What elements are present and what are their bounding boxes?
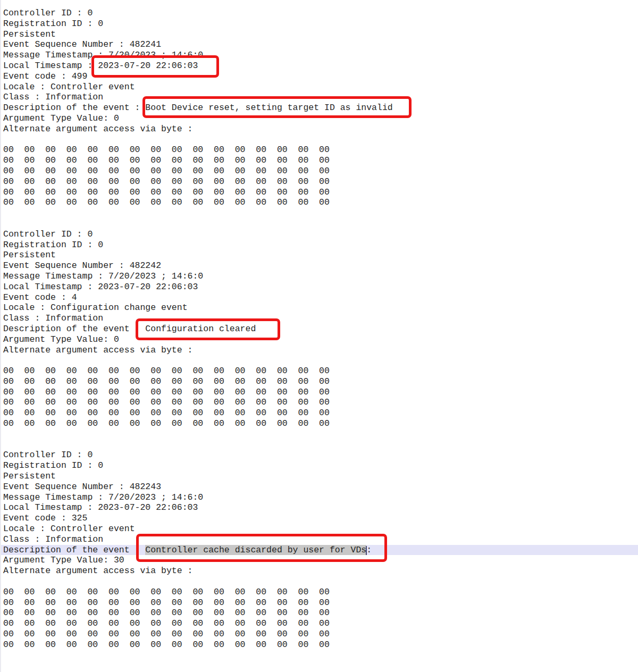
description-label: Description of the event : <box>3 324 145 334</box>
log-line-registration-id: Registration ID : 0 <box>3 19 638 29</box>
hex-row: 00 00 00 00 00 00 00 00 00 00 00 00 00 0… <box>3 366 638 376</box>
log-line-description: Description of the event : Configuration… <box>3 324 638 334</box>
log-text[interactable]: Controller ID : 0Registration ID : 0Pers… <box>0 0 638 672</box>
log-line-alternate-argument: Alternate argument access via byte : <box>3 124 638 135</box>
hex-row: 00 00 00 00 00 00 00 00 00 00 00 00 00 0… <box>3 177 638 187</box>
description-value: Boot Device reset, setting target ID as … <box>145 103 392 113</box>
log-line-argument-type-value: Argument Type Value: 0 <box>3 334 638 345</box>
blank-line <box>3 660 638 671</box>
hex-row: 00 00 00 00 00 00 00 00 00 00 00 00 00 0… <box>3 387 638 398</box>
log-line-locale: Locale : Controller event <box>3 82 638 93</box>
log-line-persistent: Persistent <box>3 29 638 40</box>
hex-row: 00 00 00 00 00 00 00 00 00 00 00 00 00 0… <box>3 187 638 198</box>
log-line-class: Class : Information <box>3 92 638 103</box>
log-line-message-timestamp: Message Timestamp : 7/20/2023 ; 14:6:0 <box>3 271 638 282</box>
log-line-local-timestamp: Local Timestamp : 2023-07-20 22:06:03 <box>3 502 638 513</box>
blank-line <box>3 208 638 219</box>
log-line-locale: Locale : Controller event <box>3 524 638 534</box>
log-line-argument-type-value: Argument Type Value: 30 <box>3 555 638 566</box>
log-line-controller-id: Controller ID : 0 <box>3 450 638 460</box>
log-line-persistent: Persistent <box>3 250 638 261</box>
log-line-local-timestamp: Local Timestamp : 2023-07-20 22:06:03 <box>3 282 638 292</box>
hex-row: 00 00 00 00 00 00 00 00 00 00 00 00 00 0… <box>3 629 638 640</box>
log-line-argument-type-value: Argument Type Value: 0 <box>3 113 638 124</box>
log-line-persistent: Persistent <box>3 471 638 482</box>
hex-row: 00 00 00 00 00 00 00 00 00 00 00 00 00 0… <box>3 397 638 408</box>
log-line-event-sequence-number: Event Sequence Number : 482243 <box>3 482 638 492</box>
log-line-event-sequence-number: Event Sequence Number : 482241 <box>3 39 638 50</box>
hex-row: 00 00 00 00 00 00 00 00 00 00 00 00 00 0… <box>3 197 638 208</box>
hex-row: 00 00 00 00 00 00 00 00 00 00 00 00 00 0… <box>3 598 638 608</box>
blank-line <box>3 440 638 450</box>
log-line-controller-id: Controller ID : 0 <box>3 8 638 19</box>
blank-line <box>3 429 638 440</box>
description-suffix: : <box>366 545 372 555</box>
log-line-description: Description of the event : Boot Device r… <box>3 103 638 113</box>
log-line-locale: Locale : Configuration change event <box>3 303 638 313</box>
description-value: Configuration cleared <box>145 324 256 334</box>
hex-row: 00 00 00 00 00 00 00 00 00 00 00 00 00 0… <box>3 587 638 598</box>
hex-row: 00 00 00 00 00 00 00 00 00 00 00 00 00 0… <box>3 408 638 418</box>
log-line-event-code: Event code : 499 <box>3 71 638 82</box>
blank-line <box>3 576 638 587</box>
hex-row: 00 00 00 00 00 00 00 00 00 00 00 00 00 0… <box>3 618 638 629</box>
selected-text: Controller cache discarded by user for V… <box>145 545 366 555</box>
blank-line <box>3 219 638 229</box>
log-line-controller-id: Controller ID : 0 <box>3 229 638 240</box>
log-line-event-sequence-number: Event Sequence Number : 482242 <box>3 261 638 271</box>
log-line-event-code: Event code : 325 <box>3 513 638 524</box>
log-line-alternate-argument: Alternate argument access via byte : <box>3 566 638 576</box>
hex-row: 00 00 00 00 00 00 00 00 00 00 00 00 00 0… <box>3 155 638 166</box>
description-label: Description of the event : <box>3 545 145 555</box>
log-line-class: Class : Information <box>3 313 638 324</box>
log-line-message-timestamp: Message Timestamp : 7/20/2023 ; 14:6:0 <box>3 50 638 61</box>
hex-row: 00 00 00 00 00 00 00 00 00 00 00 00 00 0… <box>3 166 638 177</box>
blank-line <box>3 355 638 366</box>
hex-row: 00 00 00 00 00 00 00 00 00 00 00 00 00 0… <box>3 145 638 155</box>
log-line-registration-id: Registration ID : 0 <box>3 240 638 250</box>
hex-row: 00 00 00 00 00 00 00 00 00 00 00 00 00 0… <box>3 376 638 387</box>
log-line-alternate-argument: Alternate argument access via byte : <box>3 345 638 356</box>
log-line-event-code: Event code : 4 <box>3 292 638 303</box>
hex-row: 00 00 00 00 00 00 00 00 00 00 00 00 00 0… <box>3 640 638 650</box>
log-line-description: Description of the event : Controller ca… <box>0 545 638 556</box>
window-left-border <box>0 0 1 672</box>
log-line-local-timestamp: Local Timestamp : 2023-07-20 22:06:03 <box>3 61 638 71</box>
description-label: Description of the event : <box>3 103 145 113</box>
blank-line <box>3 135 638 145</box>
blank-line <box>3 650 638 661</box>
hex-row: 00 00 00 00 00 00 00 00 00 00 00 00 00 0… <box>3 608 638 618</box>
log-line-message-timestamp: Message Timestamp : 7/20/2023 ; 14:6:0 <box>3 492 638 503</box>
hex-row: 00 00 00 00 00 00 00 00 00 00 00 00 00 0… <box>3 418 638 429</box>
log-line-registration-id: Registration ID : 0 <box>3 460 638 471</box>
log-line-class: Class : Information <box>3 534 638 545</box>
